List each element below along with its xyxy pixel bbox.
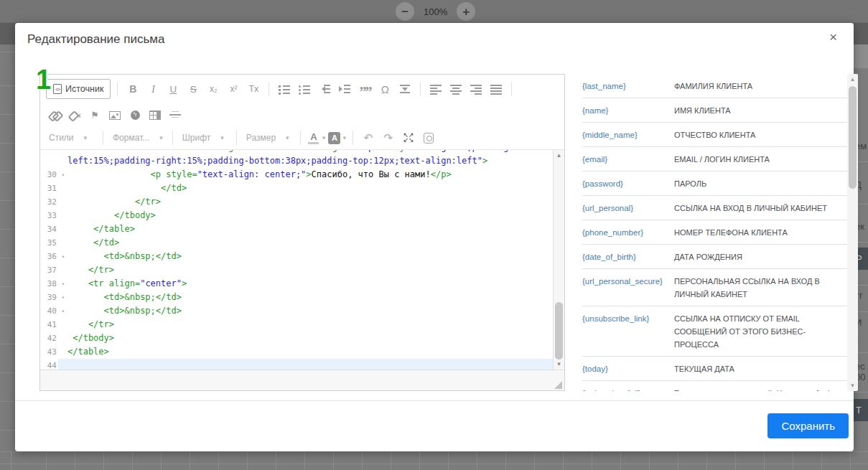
variable-name[interactable]: {phone_number} xyxy=(582,226,674,239)
fold-icon[interactable]: ▾ xyxy=(62,305,65,319)
fold-icon[interactable]: ▾ xyxy=(62,250,65,264)
variable-row[interactable]: {phone_number}НОМЕР ТЕЛЕФОНА КЛИЕНТА xyxy=(582,220,847,245)
code-lines[interactable]: 29 <td bgcolor="#ffffff" height="24px" s… xyxy=(40,150,553,370)
variable-row[interactable]: {unsubscribe_link}ССЫЛКА НА ОТПИСКУ ОТ E… xyxy=(582,306,847,357)
code-text: </td> xyxy=(58,236,553,250)
increase-indent-button[interactable] xyxy=(336,80,353,98)
zoom-level: 100% xyxy=(424,6,447,17)
fold-icon[interactable]: ▾ xyxy=(62,291,65,305)
remove-format-button[interactable]: Tx xyxy=(245,80,262,98)
resize-grip[interactable] xyxy=(554,381,562,389)
variable-name[interactable]: {url_personal_secure} xyxy=(582,275,674,301)
code-scrollbar[interactable]: ▲ ▼ xyxy=(553,150,564,370)
variable-row[interactable]: {today plus="n"}Текущая дата плюс n дней… xyxy=(582,381,847,391)
preview-button[interactable] xyxy=(420,129,437,146)
variable-row[interactable]: {date_of_birth}ДАТА РОЖДЕНИЯ xyxy=(582,245,847,269)
ol-icon xyxy=(279,84,290,94)
fold-icon[interactable]: ▾ xyxy=(62,169,65,182)
variable-row[interactable]: {url_personal}ССЫЛКА НА ВХОД В ЛИЧНЫЙ КА… xyxy=(582,196,847,220)
variable-name[interactable]: {url_personal} xyxy=(582,202,674,215)
font-dropdown[interactable]: Шрифт▾ xyxy=(179,133,230,143)
edit-letter-modal: Редактирование письма × <>ИсточникBIUSx₂… xyxy=(15,23,854,451)
variable-name[interactable]: {today} xyxy=(582,362,674,375)
unlink-button[interactable] xyxy=(66,106,83,123)
scroll-down-icon[interactable]: ▼ xyxy=(554,361,564,367)
variable-name[interactable]: {middle_name} xyxy=(582,128,674,141)
variable-name[interactable]: {name} xyxy=(582,104,674,117)
variable-name[interactable]: {password} xyxy=(582,177,674,190)
background-color-button[interactable]: A▾ xyxy=(328,129,346,146)
save-button[interactable]: Сохранить xyxy=(767,413,849,438)
variable-description: ПЕРСОНАЛЬНАЯ ССЫЛКА НА ВХОД В ЛИЧНЫЙ КАБ… xyxy=(674,275,847,301)
italic-button[interactable]: I xyxy=(144,80,162,98)
panel-scrollbar[interactable]: ▲ ▼ xyxy=(847,74,858,391)
image-button[interactable] xyxy=(106,106,123,123)
fold-icon[interactable]: ▾ xyxy=(62,278,65,291)
anchor-button[interactable]: ⚑ xyxy=(86,106,103,123)
variable-name[interactable]: {date_of_birth} xyxy=(582,250,674,263)
superscript-button[interactable]: x² xyxy=(225,80,242,98)
variable-row[interactable]: {password}ПАРОЛЬ xyxy=(582,171,847,196)
special-character-button[interactable]: Ω xyxy=(376,80,393,98)
align-center-button[interactable] xyxy=(447,80,465,98)
code-text: </tr> xyxy=(58,318,553,332)
blockquote-button[interactable]: ”” xyxy=(356,80,373,98)
text-color-button[interactable]: A▾ xyxy=(307,129,326,146)
decrease-indent-button[interactable] xyxy=(316,80,333,98)
size-dropdown[interactable]: Размер▾ xyxy=(243,133,294,143)
link-button[interactable] xyxy=(46,106,63,123)
code-text: <td>&nbsp;</td> xyxy=(58,250,553,263)
strikethrough-button[interactable]: S xyxy=(185,80,202,98)
close-icon[interactable]: × xyxy=(829,30,837,44)
table-icon xyxy=(149,111,161,120)
flash-button[interactable] xyxy=(126,106,144,123)
scroll-up-icon[interactable]: ▲ xyxy=(847,76,858,83)
horizontal-line-button[interactable] xyxy=(167,106,184,123)
variable-row[interactable]: {today}ТЕКУЩАЯ ДАТА xyxy=(582,357,847,381)
source-code-area[interactable]: 29 <td bgcolor="#ffffff" height="24px" s… xyxy=(40,149,564,370)
undo-button[interactable]: ↶ xyxy=(360,129,377,146)
bulleted-list-button[interactable] xyxy=(296,80,313,98)
subscript-button[interactable]: x₂ xyxy=(205,80,222,98)
variable-name[interactable]: {unsubscribe_link} xyxy=(582,312,674,351)
source-button[interactable]: <>Источник xyxy=(46,79,111,99)
panel-scrollbar-thumb[interactable] xyxy=(849,86,857,189)
code-text: <td>&nbsp;</td> xyxy=(58,304,553,318)
numbered-list-button[interactable] xyxy=(276,80,293,98)
zoom-in-button[interactable]: + xyxy=(457,2,475,21)
maximize-button[interactable]: ↖↗ ↙↘ xyxy=(400,129,417,146)
styles-dropdown[interactable]: Стили▾ xyxy=(46,133,96,143)
background-grid-bottom xyxy=(0,451,868,470)
bold-button[interactable]: B xyxy=(124,80,141,98)
al-icon xyxy=(430,84,442,94)
variable-description: ФАМИЛИЯ КЛИЕНТА xyxy=(674,80,847,93)
html-editor: <>ИсточникBIUSx₂x²Tx””Ω ⚑ Стили▾Формат..… xyxy=(39,74,565,391)
code-line: left:15%;padding-right:15%;padding-botto… xyxy=(40,154,553,168)
variable-name[interactable]: {today plus="n"} xyxy=(582,387,674,391)
variable-row[interactable]: {url_personal_secure}ПЕРСОНАЛЬНАЯ ССЫЛКА… xyxy=(582,269,847,306)
page-break-button[interactable] xyxy=(396,80,414,98)
variable-row[interactable]: {email}EMAIL / ЛОГИН КЛИЕНТА xyxy=(582,147,847,171)
align-right-button[interactable] xyxy=(467,80,485,98)
table-button[interactable] xyxy=(146,106,164,123)
variable-row[interactable]: {middle_name}ОТЧЕСТВО КЛИЕНТА xyxy=(582,123,847,147)
format-dropdown[interactable]: Формат...▾ xyxy=(110,133,166,143)
variable-row[interactable]: {last_name}ФАМИЛИЯ КЛИЕНТА xyxy=(582,74,847,98)
variable-name[interactable]: {last_name} xyxy=(582,80,674,93)
background-row-line xyxy=(854,392,868,393)
variable-row[interactable]: {name}ИМЯ КЛИЕНТА xyxy=(582,98,847,123)
toolbar-separator xyxy=(236,131,237,145)
align-left-button[interactable] xyxy=(427,80,444,98)
fcol-icon: A xyxy=(307,131,320,144)
scroll-down-icon[interactable]: ▼ xyxy=(847,382,858,389)
zoom-out-button[interactable]: − xyxy=(396,2,414,21)
justify-button[interactable] xyxy=(487,80,505,98)
variable-name[interactable]: {email} xyxy=(582,153,674,166)
redo-button[interactable]: ↷ xyxy=(380,129,397,146)
source-button-label: Источник xyxy=(65,84,103,94)
underline-button[interactable]: U xyxy=(164,80,182,98)
code-scrollbar-thumb[interactable] xyxy=(555,302,563,359)
toolbar-separator xyxy=(353,131,353,145)
scroll-up-icon[interactable]: ▲ xyxy=(554,152,564,159)
variable-description: ССЫЛКА НА ВХОД В ЛИЧНЫЙ КАБИНЕТ xyxy=(674,202,847,215)
